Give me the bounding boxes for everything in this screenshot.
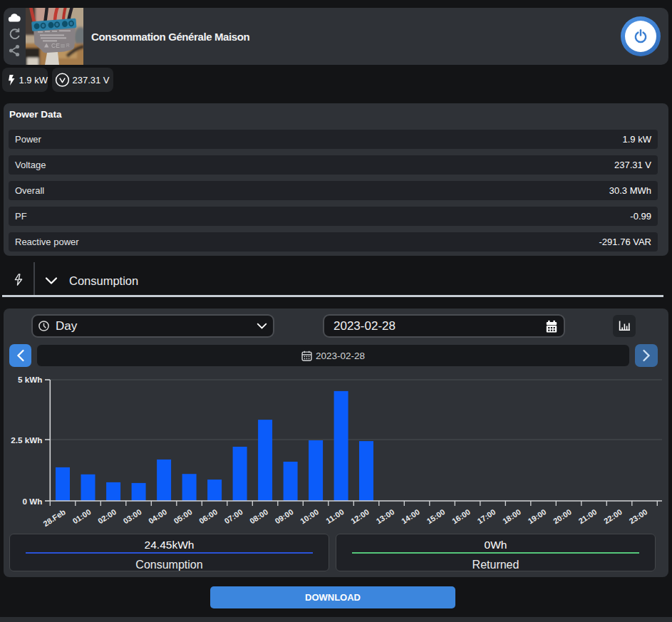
svg-text:▥ R: ▥ R: [61, 43, 70, 48]
svg-text:15:00: 15:00: [425, 507, 446, 525]
svg-text:04:00: 04:00: [147, 507, 168, 525]
svg-text:13:00: 13:00: [374, 507, 396, 525]
svg-text:08:00: 08:00: [248, 507, 269, 525]
svg-text:21:00: 21:00: [577, 507, 598, 525]
svg-text:05:00: 05:00: [172, 507, 194, 525]
svg-text:0 Wh: 0 Wh: [23, 497, 43, 506]
svg-text:14:00: 14:00: [400, 507, 421, 525]
svg-text:19:00: 19:00: [526, 507, 547, 525]
svg-text:20:00: 20:00: [552, 507, 573, 525]
svg-text:12:00: 12:00: [349, 507, 371, 525]
svg-text:22:00: 22:00: [602, 507, 624, 525]
svg-text:16:00: 16:00: [450, 507, 472, 525]
svg-text:2.5 kWh: 2.5 kWh: [11, 435, 42, 445]
svg-text:10:00: 10:00: [299, 507, 320, 525]
svg-text:11:00: 11:00: [324, 507, 346, 525]
svg-text:CE: CE: [51, 42, 60, 49]
svg-text:07:00: 07:00: [223, 507, 244, 525]
svg-text:5 kWh: 5 kWh: [18, 375, 42, 384]
svg-text:06:00: 06:00: [197, 507, 219, 525]
svg-text:28.Feb: 28.Feb: [41, 507, 67, 528]
svg-text:02:00: 02:00: [96, 507, 118, 525]
svg-text:01:00: 01:00: [71, 507, 93, 525]
svg-text:03:00: 03:00: [122, 507, 143, 525]
svg-text:18:00: 18:00: [501, 507, 522, 525]
svg-text:23:00: 23:00: [627, 507, 648, 525]
svg-text:09:00: 09:00: [274, 507, 295, 525]
svg-text:17:00: 17:00: [475, 507, 497, 525]
